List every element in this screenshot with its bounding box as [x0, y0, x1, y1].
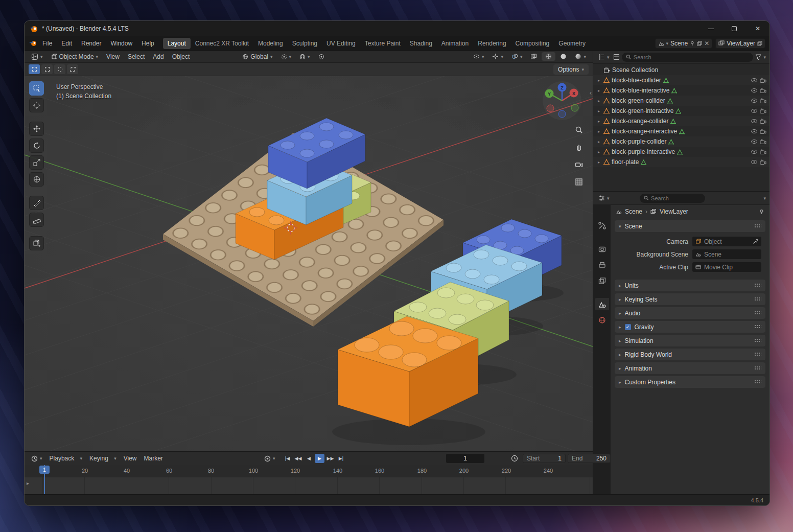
next-keyframe-button[interactable]: ▶▶ [325, 454, 335, 463]
auto-keying-toggle[interactable]: ▾ [261, 454, 279, 463]
filter-funnel-icon[interactable] [755, 54, 761, 60]
menu-window[interactable]: Window [106, 38, 137, 49]
menu-keying[interactable]: Keying ▾ [86, 454, 120, 463]
tree-row-object[interactable]: ▸ block-green-interactive [593, 106, 769, 116]
disable-render-camera-icon[interactable] [760, 88, 766, 94]
select-mode-circle-button[interactable] [54, 64, 65, 74]
menu-view-timeline[interactable]: View [120, 454, 141, 463]
transform-orientation-dropdown[interactable]: Global ▾ [239, 52, 276, 61]
expand-icon[interactable]: ▸ [596, 88, 601, 93]
move-tool[interactable] [29, 122, 44, 136]
snap-toggle[interactable]: ▾ [296, 53, 314, 61]
disable-render-camera-icon[interactable] [760, 159, 766, 165]
minimize-button[interactable] [699, 21, 722, 36]
channel-expand-icon[interactable]: ▸ [27, 480, 29, 486]
tab-tool-properties[interactable] [595, 219, 609, 232]
gravity-checkbox[interactable]: ✓ [625, 324, 631, 330]
shading-material-button[interactable] [556, 52, 570, 61]
scene-dropdown-icon[interactable]: ▾ [666, 41, 669, 46]
breadcrumb-viewlayer[interactable]: ViewLayer [660, 208, 688, 215]
prev-keyframe-button[interactable]: ◀◀ [293, 454, 303, 463]
expand-icon[interactable]: ▸ [596, 150, 601, 154]
timeline-tracks[interactable]: ▸ [25, 477, 593, 494]
viewport-3d[interactable]: Options ▾ User Perspective (1) Scene Col… [25, 63, 593, 451]
expand-icon[interactable]: ▸ [596, 99, 601, 103]
drag-grip-icon[interactable] [754, 224, 761, 228]
overlays-dropdown[interactable]: ▾ [508, 52, 526, 61]
tab-output-properties[interactable] [595, 259, 609, 271]
section-custom-properties[interactable]: ▸ Custom Properties [615, 376, 765, 388]
play-button[interactable]: ▶ [315, 454, 324, 463]
pan-hand-button[interactable] [572, 141, 586, 154]
disable-render-camera-icon[interactable] [760, 98, 766, 104]
tree-row-object[interactable]: ▸ block-blue-interactive [593, 85, 769, 96]
tree-row-object[interactable]: ▸ floor-plate [593, 157, 769, 167]
measure-tool[interactable] [29, 213, 44, 227]
add-cube-tool[interactable] [29, 236, 44, 250]
unlink-scene-icon[interactable]: ✕ [704, 40, 709, 47]
navigation-gizmo[interactable]: Z Y X [542, 80, 582, 121]
hide-eye-icon[interactable] [751, 128, 758, 134]
tab-modeling[interactable]: Modeling [253, 38, 288, 49]
section-units[interactable]: ▸ Units [615, 280, 765, 291]
tab-geometry[interactable]: Geometry [554, 38, 590, 49]
tree-row-scene-collection[interactable]: Scene Collection [593, 65, 769, 75]
hide-eye-icon[interactable] [751, 138, 758, 145]
menu-select[interactable]: Select [124, 52, 148, 61]
section-keying-sets[interactable]: ▸ Keying Sets [615, 293, 765, 305]
hide-eye-icon[interactable] [751, 98, 758, 104]
axis-x-negative-ball[interactable] [547, 105, 554, 112]
disable-render-camera-icon[interactable] [760, 149, 766, 155]
close-button[interactable]: ✕ [746, 21, 769, 36]
frame-start-field[interactable]: Start 1 [523, 454, 566, 463]
outliner-search[interactable] [622, 53, 754, 62]
drag-grip-icon[interactable] [754, 366, 761, 371]
hide-eye-icon[interactable] [751, 108, 758, 114]
disable-render-camera-icon[interactable] [760, 139, 766, 145]
filter-chevron-icon[interactable]: ▾ [763, 55, 766, 60]
drag-grip-icon[interactable] [754, 283, 761, 288]
editor-type-properties-button[interactable]: ▾ [597, 194, 611, 202]
tab-rendering[interactable]: Rendering [473, 38, 510, 49]
menu-render[interactable]: Render [77, 38, 106, 49]
tab-world-properties[interactable] [595, 314, 609, 326]
disable-render-camera-icon[interactable] [760, 119, 766, 124]
tab-texture-paint[interactable]: Texture Paint [360, 38, 405, 49]
jump-to-start-button[interactable]: |◀ [283, 454, 292, 463]
expand-icon[interactable]: ▸ [596, 160, 601, 165]
eyedropper-icon[interactable] [753, 239, 758, 244]
shading-rendered-button[interactable]: ▾ [571, 52, 590, 61]
camera-object-field[interactable]: Object [692, 237, 761, 246]
scale-tool[interactable] [29, 155, 44, 170]
xray-toggle[interactable] [527, 52, 541, 61]
current-frame-field[interactable]: 1 [446, 454, 484, 463]
menu-file[interactable]: File [38, 38, 57, 49]
tree-row-object[interactable]: ▸ block-blue-collider [593, 75, 769, 85]
new-datablock-icon[interactable] [697, 41, 702, 46]
disable-render-camera-icon[interactable] [760, 129, 766, 134]
use-preview-range-button[interactable] [511, 455, 518, 462]
section-scene[interactable]: ▾ Scene [615, 220, 765, 232]
shading-solid-button[interactable] [542, 52, 555, 61]
menu-marker[interactable]: Marker [140, 454, 166, 463]
display-mode-icon[interactable] [613, 54, 620, 60]
copy-viewlayer-icon[interactable] [757, 41, 762, 46]
drag-grip-icon[interactable] [754, 338, 761, 343]
hide-eye-icon[interactable] [751, 159, 758, 165]
select-mode-box-button[interactable] [41, 64, 53, 74]
drag-grip-icon[interactable] [754, 352, 761, 357]
editor-type-viewport-button[interactable]: ▾ [28, 52, 46, 61]
hide-eye-icon[interactable] [751, 87, 758, 94]
drag-grip-icon[interactable] [754, 380, 761, 384]
properties-search-input[interactable] [651, 195, 701, 201]
region-collapse-arrow[interactable]: ‹ [590, 89, 592, 97]
menu-playback[interactable]: Playback ▾ [46, 454, 86, 463]
properties-options-chevron-icon[interactable]: ▾ [763, 196, 766, 201]
proportional-edit-toggle[interactable] [315, 53, 328, 61]
tab-compositing[interactable]: Compositing [511, 38, 554, 49]
tab-sculpting[interactable]: Sculpting [288, 38, 322, 49]
axis-y-negative-ball[interactable] [571, 104, 578, 111]
tab-layout[interactable]: Layout [163, 38, 191, 49]
pin-id-icon[interactable] [759, 209, 764, 215]
scene-datablock[interactable]: ▾ Scene ✕ [655, 38, 713, 49]
